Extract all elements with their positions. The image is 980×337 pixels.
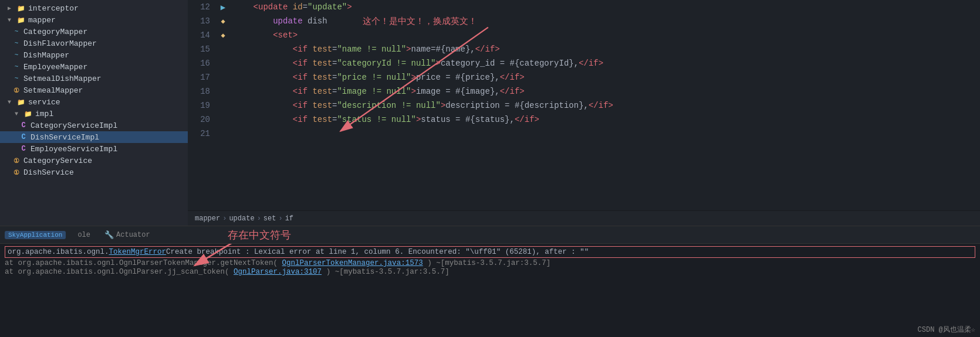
code-token: dish	[307, 14, 327, 28]
code-token: <if	[293, 42, 313, 56]
code-token	[234, 56, 293, 70]
sidebar-item-employeeserviceimpl[interactable]: C EmployeeServiceImpl	[0, 143, 188, 155]
sidebar-item-dishservice[interactable]: ① DishService	[0, 166, 188, 178]
code-line: <if test = "categoryId != null" > catego…	[234, 56, 980, 70]
sidebar-item-dishmapper[interactable]: ~ DishMapper	[0, 49, 188, 61]
watermark: CSDN @风也温柔☆	[918, 325, 975, 335]
code-token: "status != null"	[337, 113, 415, 127]
console-area[interactable]: org.apache.ibatis.ognl. TokenMgrError Cr…	[0, 244, 980, 279]
code-line: <update id = "update" >	[234, 0, 980, 14]
sidebar-item-label: CategoryMapper	[23, 28, 87, 36]
code-token: =	[332, 56, 337, 70]
app-tag[interactable]: SkyApplication	[5, 231, 66, 239]
code-line: <if test = "image != null" > image = #{i…	[234, 84, 980, 98]
annotation-top: 这个！是中文！，换成英文！	[363, 14, 477, 28]
error-link[interactable]: TokenMgrError	[109, 248, 167, 256]
code-token: test	[312, 56, 332, 70]
code-token: </if>	[475, 42, 500, 56]
code-token: status = #{status},	[421, 113, 515, 127]
sidebar-item-mapper[interactable]: ▼ 📁 mapper	[0, 14, 188, 26]
main-area: ▶ 📁 interceptor ▼ 📁 mapper ~ CategoryMap…	[0, 0, 980, 226]
breadcrumb-item: mapper	[195, 215, 220, 223]
code-token: image = #{image},	[416, 84, 500, 98]
sidebar-item-dishserviceimpl[interactable]: C DishServiceImpl	[0, 131, 188, 143]
gutter-mark	[217, 56, 229, 70]
line-number: 16	[188, 56, 210, 70]
sidebar-item-label: DishService	[23, 168, 74, 177]
code-token: =	[332, 84, 337, 98]
file-mapper-icon: ~	[12, 62, 21, 72]
code-line: <if test = "name != null" > name=#{name}…	[234, 42, 980, 56]
line-number: 21	[188, 127, 210, 141]
code-token	[234, 42, 293, 56]
code-token: =	[332, 70, 337, 84]
sidebar-item-label: CategoryServiceImpl	[31, 121, 117, 130]
code-token: <if	[293, 56, 313, 70]
sidebar-item-categoryserviceimpl[interactable]: C CategoryServiceImpl	[0, 120, 188, 131]
code-token: test	[312, 70, 332, 84]
folder-icon: 📁	[16, 15, 26, 25]
bottom-tab-actuator[interactable]: 🔧 Actuator	[97, 228, 157, 242]
code-lines[interactable]: <update id = "update" > update dish 这个！是…	[229, 0, 980, 210]
code-token: id	[293, 0, 303, 14]
code-token: test	[312, 98, 332, 113]
code-token: >	[411, 70, 415, 84]
code-token	[234, 0, 254, 14]
stack-link-1[interactable]: OgnlParserTokenManager.java:1573	[282, 259, 423, 267]
breadcrumb-item: set	[263, 215, 276, 223]
code-token: category_id = #{categoryId},	[441, 56, 579, 70]
file-service-icon: ①	[12, 156, 21, 165]
chevron-right-icon: ▶	[5, 4, 14, 13]
sidebar-item-categorymapper[interactable]: ~ CategoryMapper	[0, 26, 188, 38]
code-token: >	[411, 84, 415, 98]
code-token	[234, 70, 293, 84]
sidebar-item-dishflavormapper[interactable]: ~ DishFlavorMapper	[0, 38, 188, 49]
sidebar-item-label: CategoryService	[23, 156, 92, 165]
sidebar-item-service[interactable]: ▼ 📁 service	[0, 96, 188, 108]
code-token: =	[332, 113, 337, 127]
code-token: "description != null"	[337, 98, 440, 113]
line-number: 19	[188, 98, 210, 113]
bottom-tab-label: Actuator	[116, 231, 150, 239]
code-line: <if test = "status != null" > status = #…	[234, 113, 980, 127]
file-service-icon: ①	[12, 86, 21, 95]
sidebar-item-setmealmapper[interactable]: ① SetmealMapper	[0, 84, 188, 96]
sidebar-item-interceptor[interactable]: ▶ 📁 interceptor	[0, 2, 188, 14]
code-token: test	[312, 113, 332, 127]
code-token	[234, 14, 273, 28]
stack-link-2[interactable]: OgnlParser.java:3107	[234, 268, 322, 276]
folder-icon: 📁	[16, 97, 26, 107]
sidebar-item-label: DishMapper	[23, 51, 69, 60]
sidebar-item-label: SetmealMapper	[23, 86, 83, 95]
sidebar-item-impl[interactable]: ▼ 📁 impl	[0, 108, 188, 120]
code-token: "categoryId != null"	[337, 56, 435, 70]
breadcrumb-item: update	[229, 215, 254, 223]
code-token: =	[332, 42, 337, 56]
code-token	[234, 113, 293, 127]
code-token: =	[332, 98, 337, 113]
error-suffix: Create breakpoint : Lexical error at lin…	[166, 248, 589, 256]
breadcrumb-separator: ›	[222, 215, 227, 223]
code-token: <set>	[273, 28, 298, 42]
bottom-tab-console[interactable]: ole	[70, 229, 97, 241]
code-token: "image != null"	[337, 84, 411, 98]
sidebar-item-label: impl	[35, 110, 53, 118]
code-line: <set>	[234, 28, 980, 42]
code-token: </if>	[500, 70, 525, 84]
gutter-mark	[217, 70, 229, 84]
sidebar-item-categoryservice[interactable]: ① CategoryService	[0, 155, 188, 166]
code-token: price = #{price},	[416, 70, 500, 84]
code-token: name=#{name},	[411, 42, 475, 56]
bottom-tabs: SkyApplication ole 🔧 Actuator 存在中文符号	[0, 226, 980, 244]
sidebar-item-employeemapper[interactable]: ~ EmployeeMapper	[0, 61, 188, 73]
line-number: 13	[188, 14, 210, 28]
code-token	[234, 84, 293, 98]
line-number: 17	[188, 70, 210, 84]
code-token	[234, 28, 273, 42]
editor-area: 12 13 14 15 16 17 18 19 20 21 ▶ ◆ ◆	[188, 0, 980, 226]
sidebar-item-setmealdishmapper[interactable]: ~ SetmealDishMapper	[0, 73, 188, 84]
stack-suffix: ) ~[mybatis-3.5.7.jar:3.5.7]	[427, 259, 550, 267]
sidebar-item-label: SetmealDishMapper	[23, 74, 102, 83]
line-number: 15	[188, 42, 210, 56]
chevron-down-icon: ▼	[5, 15, 14, 25]
